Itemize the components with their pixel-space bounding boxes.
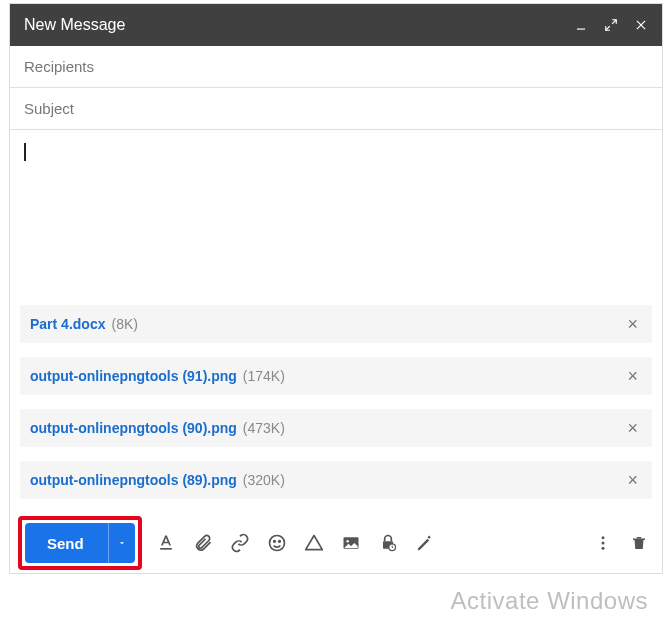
minimize-icon[interactable] [574,18,588,32]
attachment-row[interactable]: output-onlinepngtools (90).png(473K)× [20,409,652,447]
attachment-filename: Part 4.docx [30,316,105,332]
emoji-icon[interactable] [267,533,287,553]
svg-point-10 [346,540,349,543]
attachments-list: Part 4.docx(8K)×output-onlinepngtools (9… [10,305,662,499]
recipients-field[interactable]: Recipients [10,46,662,88]
svg-line-1 [612,20,616,24]
send-more-dropdown[interactable] [109,523,135,563]
attachment-filename: output-onlinepngtools (90).png [30,420,237,436]
remove-attachment-icon[interactable]: × [623,314,642,335]
send-button[interactable]: Send [25,523,135,563]
attach-icon[interactable] [193,533,213,553]
footer-right [594,534,648,552]
attachment-size: (473K) [243,420,285,436]
attachment-filename: output-onlinepngtools (91).png [30,368,237,384]
close-icon[interactable] [634,18,648,32]
svg-point-13 [602,536,605,539]
window-controls [574,18,648,32]
svg-point-8 [278,541,280,543]
fullscreen-icon[interactable] [604,18,618,32]
message-body[interactable] [10,130,662,305]
svg-rect-16 [633,539,645,541]
trash-icon[interactable] [630,534,648,552]
windows-watermark: Activate Windows [451,587,648,615]
attachment-row[interactable]: output-onlinepngtools (89).png(320K)× [20,461,652,499]
svg-rect-5 [160,548,172,550]
compose-window: New Message Recipients Subject Part 4.do… [10,4,662,573]
attachment-size: (174K) [243,368,285,384]
send-label: Send [25,523,108,563]
image-icon[interactable] [341,533,361,553]
formatting-icon[interactable] [156,533,176,553]
titlebar: New Message [10,4,662,46]
svg-point-14 [602,542,605,545]
remove-attachment-icon[interactable]: × [623,470,642,491]
attachment-size: (320K) [243,472,285,488]
svg-line-2 [606,26,610,30]
svg-point-15 [602,547,605,550]
remove-attachment-icon[interactable]: × [623,366,642,387]
text-cursor [24,143,26,161]
more-options-icon[interactable] [594,534,612,552]
svg-point-6 [269,536,284,551]
compose-footer: Send [10,513,662,573]
send-highlight: Send [18,516,142,570]
attachment-row[interactable]: Part 4.docx(8K)× [20,305,652,343]
pen-icon[interactable] [415,533,435,553]
window-title: New Message [24,16,574,34]
confidential-icon[interactable] [378,533,398,553]
link-icon[interactable] [230,533,250,553]
remove-attachment-icon[interactable]: × [623,418,642,439]
svg-point-7 [273,541,275,543]
subject-field[interactable]: Subject [10,88,662,130]
attachment-filename: output-onlinepngtools (89).png [30,472,237,488]
format-toolbar [156,533,435,553]
attachment-row[interactable]: output-onlinepngtools (91).png(174K)× [20,357,652,395]
attachment-size: (8K) [111,316,137,332]
drive-icon[interactable] [304,533,324,553]
